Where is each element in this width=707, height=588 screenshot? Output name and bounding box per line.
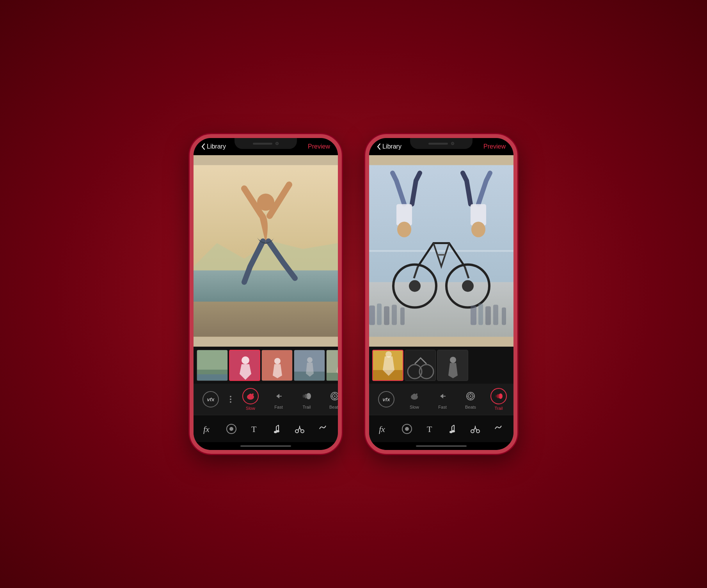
thumb-5[interactable] bbox=[326, 350, 338, 381]
phone-2-screen: Library Preview bbox=[369, 138, 513, 450]
text-tool-2[interactable]: T bbox=[420, 419, 440, 439]
bottom-toolbar-1: fx T bbox=[194, 415, 338, 442]
svg-point-65 bbox=[416, 393, 417, 395]
phone-1-main-image bbox=[194, 155, 338, 347]
preview-button[interactable]: Preview bbox=[308, 143, 330, 150]
svg-point-64 bbox=[411, 394, 418, 400]
notch-speaker-2 bbox=[428, 143, 448, 145]
svg-point-19 bbox=[252, 393, 254, 395]
thumb-4[interactable] bbox=[294, 350, 325, 381]
home-bar bbox=[240, 445, 291, 447]
layers-tool-2[interactable] bbox=[397, 419, 417, 439]
svg-point-18 bbox=[247, 394, 254, 400]
svg-point-79 bbox=[452, 430, 455, 432]
vfx-button-2[interactable]: vfx bbox=[372, 386, 400, 413]
svg-text:T: T bbox=[251, 424, 257, 434]
svg-text:fx: fx bbox=[379, 424, 385, 434]
layers-tool[interactable] bbox=[222, 419, 241, 439]
beats-effect-2[interactable]: Beats bbox=[457, 386, 485, 413]
bmx-thumb-3[interactable] bbox=[437, 350, 468, 381]
trail-label: Trail bbox=[303, 405, 311, 409]
svg-point-58 bbox=[385, 351, 392, 358]
home-bar-2 bbox=[416, 445, 467, 447]
text-tool[interactable]: T bbox=[245, 419, 264, 439]
bmx-thumb-1[interactable] bbox=[372, 350, 403, 381]
vfx-icon-2: vfx bbox=[378, 391, 394, 407]
scissors-tool-2[interactable] bbox=[465, 419, 485, 439]
bmx-thumb-2[interactable] bbox=[405, 350, 436, 381]
effects-bar-2: vfx Slow bbox=[369, 384, 513, 415]
scissors-tool[interactable] bbox=[290, 419, 309, 439]
svg-point-22 bbox=[303, 395, 305, 398]
svg-rect-52 bbox=[478, 304, 483, 325]
trail-label-2: Trail bbox=[495, 406, 503, 411]
more-tool[interactable] bbox=[313, 419, 332, 439]
svg-rect-48 bbox=[384, 306, 389, 325]
svg-rect-16 bbox=[327, 373, 338, 381]
svg-point-68 bbox=[470, 395, 471, 397]
film-strip bbox=[194, 347, 338, 384]
svg-point-71 bbox=[496, 395, 497, 398]
music-tool-2[interactable] bbox=[443, 419, 462, 439]
svg-point-31 bbox=[276, 430, 279, 432]
svg-point-63 bbox=[450, 357, 456, 363]
thumb-3[interactable] bbox=[261, 350, 293, 381]
effects-bar-1: vfx bbox=[194, 384, 338, 415]
svg-point-21 bbox=[304, 394, 307, 398]
svg-point-40 bbox=[471, 222, 485, 237]
svg-point-38 bbox=[397, 222, 411, 237]
fx-tool[interactable]: fx bbox=[199, 419, 218, 439]
slow-effect[interactable]: Slow bbox=[236, 386, 265, 413]
svg-point-28 bbox=[229, 427, 233, 431]
svg-text:T: T bbox=[427, 424, 432, 434]
back-button[interactable]: Library bbox=[201, 143, 226, 150]
dots-icon bbox=[228, 394, 233, 405]
svg-point-76 bbox=[405, 427, 409, 431]
svg-rect-35 bbox=[369, 282, 513, 337]
svg-rect-49 bbox=[392, 305, 397, 325]
trail-effect[interactable]: Trail bbox=[293, 386, 321, 413]
music-tool[interactable] bbox=[267, 419, 287, 439]
fast-effect[interactable]: Fast bbox=[265, 386, 293, 413]
notch-camera-2 bbox=[451, 142, 454, 145]
vfx-icon: vfx bbox=[203, 391, 219, 407]
svg-text:fx: fx bbox=[203, 424, 210, 434]
phone-1-screen: Library Preview bbox=[194, 138, 338, 450]
thumb-2[interactable] bbox=[229, 350, 260, 381]
svg-rect-7 bbox=[197, 374, 228, 381]
svg-point-42 bbox=[409, 280, 421, 292]
phone-2-notch bbox=[410, 138, 473, 149]
preview-button-2[interactable]: Preview bbox=[483, 143, 506, 150]
slow-effect-2[interactable]: Slow bbox=[400, 386, 428, 413]
svg-point-11 bbox=[274, 358, 281, 364]
svg-rect-51 bbox=[471, 306, 476, 325]
svg-rect-46 bbox=[369, 306, 375, 325]
beats-icon-2 bbox=[464, 389, 478, 403]
svg-rect-54 bbox=[493, 305, 498, 325]
trail-effect-2[interactable]: Trail bbox=[485, 386, 513, 413]
back-button-2[interactable]: Library bbox=[377, 143, 401, 150]
svg-rect-55 bbox=[502, 308, 506, 325]
fx-tool-2[interactable]: fx bbox=[375, 419, 394, 439]
svg-point-44 bbox=[462, 280, 474, 292]
slow-label-2: Slow bbox=[410, 405, 419, 409]
svg-rect-47 bbox=[377, 304, 382, 325]
dots-menu[interactable] bbox=[225, 386, 236, 413]
film-strip-2 bbox=[369, 347, 513, 384]
svg-point-9 bbox=[242, 356, 249, 364]
fast-label-2: Fast bbox=[438, 405, 446, 409]
more-tool-2[interactable] bbox=[489, 419, 508, 439]
phone-1-notch bbox=[234, 138, 297, 149]
slow-label: Slow bbox=[246, 406, 255, 411]
svg-point-14 bbox=[307, 357, 313, 363]
beats-effect[interactable]: Beats bbox=[321, 386, 338, 413]
trail-icon-2 bbox=[490, 388, 507, 404]
phone-2-wrapper: Library Preview bbox=[365, 134, 517, 454]
fast-effect-2[interactable]: Fast bbox=[428, 386, 457, 413]
svg-point-70 bbox=[497, 394, 500, 398]
mirror-effect-2[interactable]: Mirror bbox=[513, 386, 513, 413]
thumb-1[interactable] bbox=[197, 350, 228, 381]
vfx-button[interactable]: vfx bbox=[197, 386, 225, 413]
fast-icon-2 bbox=[435, 389, 449, 403]
svg-rect-53 bbox=[485, 306, 491, 325]
